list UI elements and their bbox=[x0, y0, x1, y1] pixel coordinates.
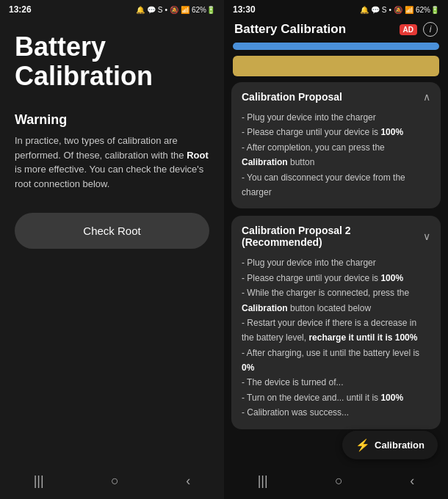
proposal-card-2: Calibration Proposal 2(Recommended) ∨ - … bbox=[231, 216, 441, 429]
proposal-2-body: - Plug your device into the charger - Pl… bbox=[231, 255, 441, 429]
check-root-button[interactable]: Check Root bbox=[15, 213, 209, 249]
nav-bar-left: ||| ○ ‹ bbox=[0, 466, 224, 499]
bolt-icon: ⚡ bbox=[355, 438, 370, 452]
left-signal-icon: S bbox=[158, 6, 163, 14]
warning-text: In practice, two types of calibration ar… bbox=[15, 134, 209, 191]
recent-apps-icon[interactable]: ||| bbox=[34, 473, 44, 489]
home-icon[interactable]: ○ bbox=[111, 473, 119, 489]
warning-title: Warning bbox=[15, 112, 209, 128]
proposal-2-header[interactable]: Calibration Proposal 2(Recommended) ∨ bbox=[231, 216, 441, 255]
battery-bar-track bbox=[233, 43, 439, 50]
proposal-1-header[interactable]: Calibration Proposal ∧ bbox=[231, 82, 441, 110]
left-panel: 13:26 🔔 💬 S • 🔕 📶 62%🔋 BatteryCalibratio… bbox=[0, 0, 224, 499]
right-battery-icon: 62%🔋 bbox=[416, 6, 439, 14]
app-header-title: Battery Calibration bbox=[234, 22, 346, 37]
right-time: 13:30 bbox=[233, 4, 256, 15]
right-notification-icon: 🔔 bbox=[360, 6, 369, 14]
proposal-1-body: - Plug your device into the charger - Pl… bbox=[231, 110, 441, 208]
ad-badge[interactable]: AD bbox=[400, 24, 417, 35]
proposal-2-title: Calibration Proposal 2(Recommended) bbox=[242, 225, 351, 248]
info-icon[interactable]: i bbox=[423, 22, 438, 37]
battery-bar-area bbox=[224, 43, 448, 82]
left-network-icon: 📶 bbox=[181, 6, 189, 14]
right-recent-apps-icon[interactable]: ||| bbox=[258, 473, 268, 489]
left-battery-icon: 62%🔋 bbox=[192, 6, 215, 14]
app-header: Battery Calibration AD i bbox=[224, 18, 448, 43]
right-panel-wrapper: 13:30 🔔 💬 S • 🔕 📶 62%🔋 Battery Calibrati… bbox=[224, 0, 448, 499]
proposal-card-1: Calibration Proposal ∧ - Plug your devic… bbox=[231, 82, 441, 208]
left-dot: • bbox=[165, 6, 167, 14]
right-whatsapp-icon: 💬 bbox=[371, 6, 380, 14]
proposal-1-chevron: ∧ bbox=[423, 91, 430, 103]
right-dot: • bbox=[389, 6, 391, 14]
nav-bar-right: ||| ○ ‹ bbox=[224, 466, 448, 499]
left-whatsapp-icon: 💬 bbox=[147, 6, 156, 14]
left-notification-icon: 🔔 bbox=[136, 6, 145, 14]
header-icons: AD i bbox=[400, 22, 438, 37]
proposal-1-title: Calibration Proposal bbox=[242, 91, 342, 103]
battery-bar-yellow bbox=[233, 56, 439, 76]
back-icon[interactable]: ‹ bbox=[186, 473, 190, 489]
status-bar-right: 13:30 🔔 💬 S • 🔕 📶 62%🔋 bbox=[224, 0, 448, 18]
right-status-icons: 🔔 💬 S • 🔕 📶 62%🔋 bbox=[360, 6, 439, 14]
right-back-icon[interactable]: ‹ bbox=[410, 473, 414, 489]
left-mute-icon: 🔕 bbox=[170, 6, 178, 14]
right-panel: 13:30 🔔 💬 S • 🔕 📶 62%🔋 Battery Calibrati… bbox=[224, 0, 448, 499]
left-time: 13:26 bbox=[9, 4, 32, 15]
right-signal-icon: S bbox=[382, 6, 387, 14]
right-mute-icon: 🔕 bbox=[394, 6, 402, 14]
app-title: BatteryCalibration bbox=[15, 32, 209, 90]
calibration-float-label: Calibration bbox=[375, 440, 424, 451]
proposal-2-chevron: ∨ bbox=[423, 230, 430, 242]
status-bar-left: 13:26 🔔 💬 S • 🔕 📶 62%🔋 bbox=[0, 0, 224, 18]
right-network-icon: 📶 bbox=[405, 6, 413, 14]
calibration-float-button[interactable]: ⚡ Calibration bbox=[342, 431, 438, 459]
left-status-icons: 🔔 💬 S • 🔕 📶 62%🔋 bbox=[136, 6, 215, 14]
right-scroll[interactable]: Calibration Proposal ∧ - Plug your devic… bbox=[224, 82, 448, 466]
left-content: BatteryCalibration Warning In practice, … bbox=[0, 18, 224, 466]
right-home-icon[interactable]: ○ bbox=[335, 473, 343, 489]
